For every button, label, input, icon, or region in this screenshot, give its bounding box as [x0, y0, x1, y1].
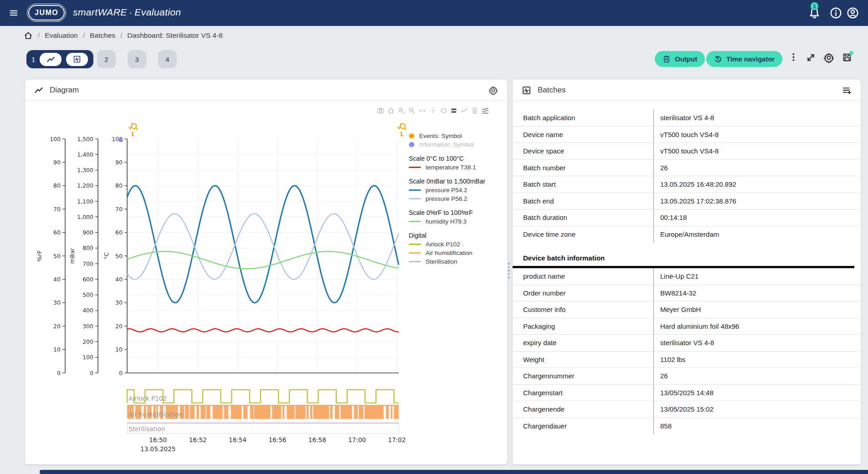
row-value: 13.05.2025 16:48:20.892 — [653, 176, 861, 193]
y-tick-label: 1,000 — [77, 214, 93, 220]
event-marker-icon[interactable]: 1 — [398, 123, 406, 138]
time-navigator-button[interactable]: Time navigator — [706, 51, 782, 67]
breadcrumb-item-batches[interactable]: Batches — [90, 31, 115, 40]
legend-label: pressure P56.2 — [426, 195, 467, 202]
pwm-gap — [195, 406, 196, 419]
row-value: Europe/Amsterdam — [653, 226, 861, 243]
digital-trace-label: Sterilisation — [128, 425, 165, 433]
expand-icon[interactable] — [806, 52, 816, 63]
y-tick-label: 70 — [115, 206, 123, 213]
row-value: Line-Up C21 — [653, 268, 861, 285]
notification-count-badge[interactable]: 1 — [811, 2, 818, 10]
pwm-gap — [392, 406, 394, 419]
trend-icon — [46, 55, 55, 64]
y-tick-label: 1,500 — [77, 136, 93, 143]
y-tick-label: 10 — [115, 346, 123, 353]
series-color-swatch — [409, 252, 421, 254]
tab-1-diagram-view-button[interactable] — [40, 53, 62, 66]
save-status-dot — [849, 51, 853, 55]
x-axis-date-label: 13.05.2025 — [140, 445, 175, 453]
hamburger-menu-icon[interactable] — [8, 9, 20, 17]
pwm-gap — [211, 406, 213, 419]
dashboard-tab-3[interactable]: 3 — [128, 50, 146, 68]
clipboard-icon — [663, 55, 671, 63]
row-label: Customer info — [513, 306, 653, 313]
batches-panel-title: Batches — [538, 86, 565, 95]
account-icon[interactable] — [847, 7, 859, 19]
y-tick-label: 400 — [82, 307, 93, 314]
y-tick-label: 30 — [53, 299, 61, 306]
row-label: Batch start — [513, 180, 653, 188]
legend-series-toggle[interactable]: Air humidification — [409, 249, 504, 257]
row-value: Hard aluminium foil 48x96 — [653, 318, 861, 335]
series-pressure-p56-2 — [127, 214, 399, 280]
output-button[interactable]: Output — [655, 51, 705, 67]
legend-series-toggle[interactable]: Airlock P102 — [409, 240, 504, 249]
dashboard-tab-2[interactable]: 2 — [97, 50, 116, 68]
breadcrumb-separator: / — [83, 31, 85, 40]
table-row: Batch duration00:14:18 — [513, 209, 861, 226]
y-tick-label: 0 — [57, 370, 61, 377]
legend-events-toggle[interactable]: Events: Symbol — [409, 132, 504, 140]
table-row: Device spacevT500 touch VS4-8 — [513, 143, 861, 159]
legend-series-toggle[interactable]: pressure P54.2 — [409, 186, 504, 194]
legend-information-toggle[interactable]: Information: Symbol — [409, 140, 504, 149]
diagram-settings-gear-icon[interactable] — [488, 86, 498, 95]
jumo-logo-text: JUMO — [35, 9, 58, 17]
table-row: Batch start13.05.2025 16:48:20.892 — [513, 176, 861, 193]
y-tick-label: 100 — [82, 354, 93, 361]
pwm-gap — [185, 406, 185, 419]
legend-label: temperature T38.1 — [426, 164, 476, 171]
y-tick-label: 90 — [115, 159, 123, 166]
tab-1-label: 1 — [31, 56, 35, 63]
legend-label: humidity H79.3 — [426, 218, 467, 225]
y-tick-label: 700 — [82, 260, 93, 267]
x-tick-label: 16:54 — [229, 436, 247, 443]
tab-1-batch-view-button[interactable] — [66, 53, 88, 66]
legend-label: Airlock P102 — [426, 241, 460, 248]
y-tick-label: 90 — [53, 159, 61, 166]
horizontal-scrollbar[interactable] — [40, 470, 868, 474]
event-marker-count: 1 — [400, 131, 404, 138]
legend-series-toggle[interactable]: Sterilisation — [409, 257, 504, 266]
row-label: Chargenstart — [513, 389, 653, 397]
time-navigator-button-label: Time navigator — [726, 55, 775, 63]
batches-panel: Batches Batch applicationsterilisator VS… — [513, 80, 861, 464]
legend-series-toggle[interactable]: temperature T38.1 — [409, 163, 504, 172]
information-marker[interactable] — [119, 138, 123, 143]
breadcrumb: / Evaluation / Batches / Dashboard: Ster… — [24, 26, 223, 45]
add-to-list-icon[interactable] — [842, 86, 852, 95]
row-value: BW8214-32 — [653, 285, 861, 301]
breadcrumb-item-evaluation[interactable]: Evaluation — [45, 31, 77, 40]
pwm-gap — [364, 406, 365, 419]
pwm-gap — [205, 406, 206, 419]
breadcrumb-home-icon[interactable] — [24, 31, 33, 40]
row-value: vT500 touch VS4-8 — [653, 143, 861, 159]
device-batch-information-table: product nameLine-Up C21Order numberBW821… — [513, 268, 861, 434]
legend-label: Sterilisation — [426, 258, 457, 265]
pwm-gap — [329, 406, 330, 419]
pwm-gap — [223, 406, 224, 419]
settings-gear-icon[interactable] — [823, 52, 834, 63]
dashboard-tab-1[interactable]: 1 — [26, 50, 93, 68]
panel-divider-handle[interactable] — [508, 263, 510, 278]
breadcrumb-item-current: Dashboard: Sterilisator VS 4-8 — [127, 31, 222, 40]
chart-legend: Events: SymbolInformation: SymbolScale 0… — [409, 132, 504, 266]
y-tick-label: 1,400 — [77, 151, 93, 158]
legend-series-toggle[interactable]: humidity H79.3 — [409, 217, 504, 226]
y-tick-label: 300 — [82, 323, 93, 330]
diagram-panel-header: Diagram — [25, 80, 507, 101]
dashboard-tab-4[interactable]: 4 — [158, 50, 177, 68]
x-tick-label: 16:56 — [268, 436, 286, 443]
row-label: Chargenende — [513, 405, 653, 413]
event-marker-count: 1 — [131, 131, 135, 138]
legend-label: Air humidification — [426, 250, 473, 256]
row-value: vT500 touch VS4-8 — [653, 127, 861, 143]
event-marker-icon[interactable]: 1 — [129, 123, 137, 138]
y-tick-label: 0 — [119, 370, 123, 377]
info-icon[interactable] — [830, 7, 842, 19]
kebab-menu-icon[interactable] — [789, 52, 798, 62]
pwm-gap — [228, 406, 231, 419]
legend-series-toggle[interactable]: pressure P56.2 — [409, 194, 504, 203]
breadcrumb-separator: / — [120, 31, 122, 40]
